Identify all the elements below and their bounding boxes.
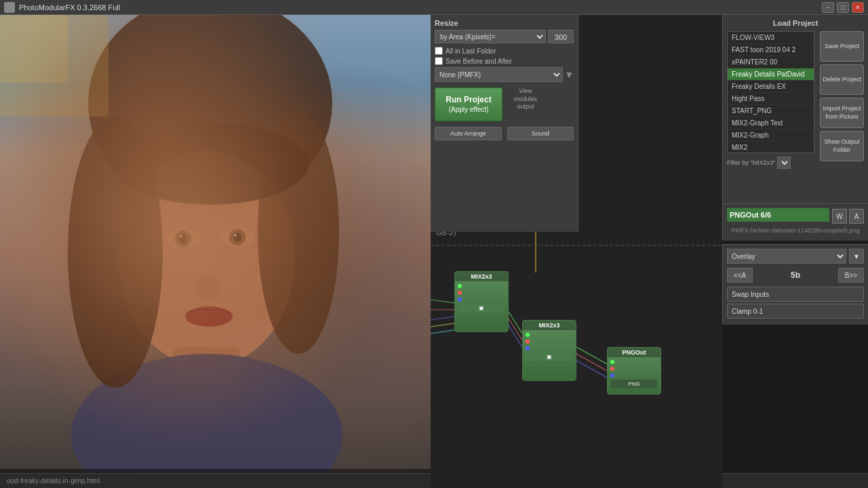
proj-item-1[interactable]: FAST toon 2019 04 2 (728, 44, 814, 56)
clamp-button[interactable]: Clamp 0-1 (727, 304, 864, 319)
a-button[interactable]: <<A (727, 268, 753, 283)
overlay-select[interactable]: Overlay (727, 249, 846, 264)
ab-value: 5b (755, 270, 835, 280)
node2-body: ▣ (523, 330, 576, 365)
close-button[interactable]: ✕ (852, 2, 864, 13)
svg-point-10 (175, 230, 191, 247)
view-modules-button[interactable]: View modules output (505, 87, 546, 111)
svg-point-2 (119, 150, 295, 367)
view-modules-line1: View (505, 87, 546, 96)
show-output-button[interactable]: Show Output Folder (820, 131, 864, 161)
resize-label: Resize (435, 19, 574, 27)
maximize-button[interactable]: □ (837, 2, 849, 13)
pngout-w-button[interactable]: W (832, 209, 847, 224)
svg-point-12 (179, 234, 187, 243)
none-select[interactable]: None (PMFX) (435, 67, 563, 82)
pin-red-3 (610, 367, 614, 371)
overlay-dropdown-button[interactable]: ▼ (849, 249, 864, 264)
svg-point-15 (234, 234, 237, 237)
svg-line-28 (431, 300, 454, 303)
sound-button[interactable]: Sound (507, 127, 574, 140)
filter-row: Filter by "MIX2x3" ▼ (727, 157, 814, 169)
svg-line-32 (431, 330, 454, 333)
pngout-filename: PMFX-hichem-dahmani-1148280-unsplash.png (727, 227, 864, 234)
node-mix2x3-2[interactable]: MIX2x3 ▣ (522, 320, 576, 381)
svg-point-17 (185, 306, 233, 327)
svg-line-26 (576, 354, 607, 371)
area-select[interactable]: by Area (Kpixels)= (435, 30, 546, 43)
pngout-section: PNGOut 6/6 W A PMFX-hichem-dahmani-11482… (722, 203, 868, 241)
node-pngout[interactable]: PNGOut PNG (607, 347, 661, 394)
proj-item-7[interactable]: MIX2-Graph Text (728, 117, 814, 129)
pin-red-1 (458, 291, 462, 295)
filter-label: Filter by "MIX2x3" (727, 159, 775, 166)
svg-point-7 (112, 123, 309, 205)
b-button[interactable]: B>> (838, 268, 864, 283)
pin-red-2 (526, 340, 530, 344)
node2-header: MIX2x3 (523, 321, 576, 330)
proj-item-6[interactable]: START_PNG (728, 105, 814, 117)
proj-item-2[interactable]: xPAINTER2 00 (728, 56, 814, 68)
statusbar-text: ood-freaky-details-in-gimp.html (7, 477, 100, 485)
pin-green-3 (610, 360, 614, 364)
proj-item-8[interactable]: MIX2-Graph (728, 129, 814, 142)
save-project-button[interactable]: Save Project (820, 31, 864, 62)
save-project-label: Save Project (825, 43, 859, 51)
overlay-section: Overlay ▼ <<A 5b B>> Swap Inputs Clamp 0… (722, 244, 868, 325)
node1-body: ▣ (455, 281, 508, 316)
load-area: FLOW-VIEW3 FAST toon 2019 04 2 xPAINTER2… (727, 31, 864, 171)
proj-item-9[interactable]: MIX2 (728, 142, 814, 153)
svg-point-5 (68, 117, 163, 388)
photo-background (0, 15, 431, 488)
minimize-button[interactable]: − (822, 2, 834, 13)
portrait-svg (0, 15, 431, 488)
app-icon (4, 2, 15, 13)
node2-inner: ▣ (526, 352, 572, 361)
resize-row: by Area (Kpixels)= 300 (435, 30, 574, 43)
svg-point-13 (233, 232, 241, 242)
pngout-a-button[interactable]: A (849, 209, 864, 224)
import-project-button[interactable]: Import Project from Picture (820, 98, 864, 128)
node3-header: PNGOut (608, 348, 660, 357)
node-mix2x3-1[interactable]: MIX2x3 ▣ (454, 271, 509, 332)
filter-select[interactable]: ▼ (777, 157, 791, 169)
proj-item-4[interactable]: Freaky Details EX (728, 81, 814, 93)
pngout-row: PNGOut 6/6 W A (727, 208, 864, 224)
svg-point-9 (220, 228, 254, 247)
proj-item-0[interactable]: FLOW-VIEW3 (728, 32, 814, 44)
svg-line-25 (576, 347, 607, 364)
project-list[interactable]: FLOW-VIEW3 FAST toon 2019 04 2 xPAINTER2… (727, 31, 814, 153)
all-last-folder-label: All in Last Folder (446, 47, 496, 55)
svg-line-27 (576, 361, 607, 378)
node3-body: PNG (608, 357, 660, 392)
delete-project-button[interactable]: Delete Project (820, 64, 864, 95)
window-controls: − □ ✕ (822, 2, 864, 13)
action-buttons: Save Project Delete Project Import Proje… (820, 31, 864, 171)
pin-blue-1 (458, 298, 462, 302)
show-output-label: Show Output Folder (822, 138, 862, 154)
svg-point-11 (229, 229, 245, 245)
all-last-folder-checkbox[interactable] (435, 47, 443, 55)
toolbar-panel: Resize by Area (Kpixels)= 300 All in Las… (431, 15, 578, 232)
area-value: 300 (548, 30, 574, 43)
check-all-last-folder-row: All in Last Folder (435, 47, 574, 55)
save-before-checkbox[interactable] (435, 57, 443, 65)
svg-point-8 (166, 229, 200, 248)
node1-header: MIX2x3 (455, 272, 508, 281)
svg-rect-18 (0, 15, 108, 117)
proj-item-3[interactable]: Freaky Details PatDavid (728, 68, 814, 81)
check-save-before-row: Save Before and After (435, 57, 574, 65)
proj-item-5[interactable]: Hight Pass (728, 93, 814, 105)
pngout-bar: PNGOut 6/6 (727, 208, 829, 222)
run-project-button[interactable]: Run Project (Apply effect) (435, 87, 502, 121)
view-modules-line3: output (505, 103, 546, 111)
svg-point-4 (71, 354, 342, 488)
project-list-container: FLOW-VIEW3 FAST toon 2019 04 2 xPAINTER2… (727, 31, 814, 171)
svg-point-1 (88, 15, 332, 211)
svg-line-30 (431, 317, 454, 320)
delete-project-label: Delete Project (823, 76, 861, 84)
pin-green-1 (458, 284, 462, 288)
svg-point-6 (258, 110, 339, 354)
auto-arrange-button[interactable]: Auto Arrange (435, 127, 502, 140)
swap-inputs-button[interactable]: Swap Inputs (727, 287, 864, 302)
